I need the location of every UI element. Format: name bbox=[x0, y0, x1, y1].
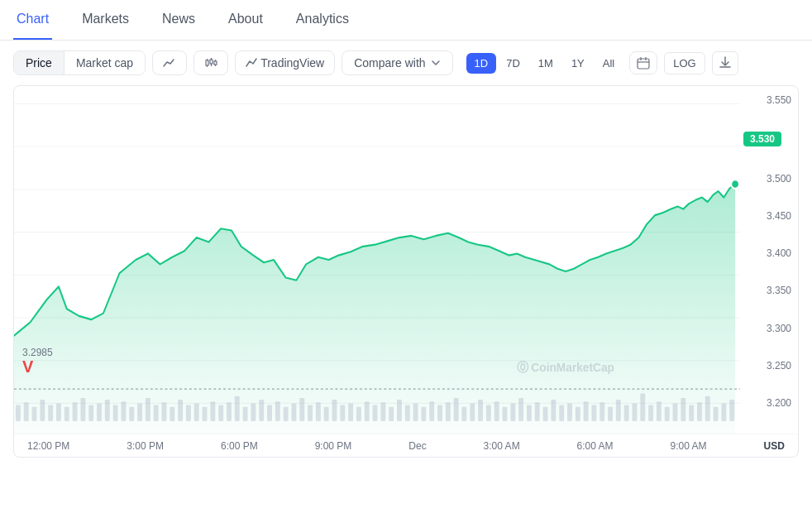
svg-rect-42 bbox=[154, 405, 159, 421]
svg-rect-86 bbox=[510, 403, 515, 421]
download-icon bbox=[719, 56, 731, 68]
time-all-button[interactable]: All bbox=[595, 53, 623, 74]
svg-rect-54 bbox=[251, 403, 256, 421]
svg-rect-96 bbox=[591, 405, 596, 421]
x-label-900am: 9:00 AM bbox=[671, 440, 707, 452]
svg-rect-66 bbox=[348, 403, 353, 421]
line-chart-button[interactable] bbox=[152, 50, 187, 75]
svg-rect-102 bbox=[640, 394, 645, 421]
current-price-badge-wrapper: 3.530 bbox=[743, 132, 791, 146]
x-label-600am: 6:00 AM bbox=[577, 440, 614, 452]
compare-button[interactable]: Compare with bbox=[342, 50, 452, 75]
tab-chart[interactable]: Chart bbox=[13, 0, 52, 40]
svg-rect-84 bbox=[494, 401, 499, 421]
svg-rect-60 bbox=[299, 398, 304, 421]
svg-rect-61 bbox=[308, 405, 313, 421]
time-1m-button[interactable]: 1M bbox=[530, 53, 561, 74]
svg-rect-52 bbox=[235, 396, 240, 421]
svg-rect-49 bbox=[210, 401, 215, 421]
svg-rect-6 bbox=[214, 61, 217, 65]
x-label-300am: 3:00 AM bbox=[484, 440, 520, 452]
svg-rect-100 bbox=[624, 405, 629, 421]
svg-rect-26 bbox=[24, 402, 29, 421]
svg-rect-25 bbox=[16, 405, 21, 421]
svg-rect-70 bbox=[380, 402, 385, 421]
svg-rect-35 bbox=[97, 403, 102, 421]
compare-label: Compare with bbox=[354, 56, 425, 70]
svg-rect-93 bbox=[567, 403, 572, 421]
svg-rect-29 bbox=[48, 405, 53, 421]
svg-rect-109 bbox=[697, 402, 702, 421]
svg-rect-30 bbox=[56, 403, 61, 421]
x-axis: 12:00 PM 3:00 PM 6:00 PM 9:00 PM Dec 3:0… bbox=[14, 434, 798, 457]
nav-tabs: Chart Markets News About Analytics bbox=[0, 0, 812, 41]
market-cap-button[interactable]: Market cap bbox=[64, 51, 145, 74]
current-price-badge: 3.530 bbox=[743, 132, 781, 146]
svg-rect-105 bbox=[665, 407, 670, 421]
svg-rect-71 bbox=[389, 407, 394, 421]
tradingview-button[interactable]: TradingView bbox=[235, 50, 335, 75]
svg-rect-62 bbox=[316, 402, 321, 421]
svg-rect-76 bbox=[429, 401, 434, 421]
chart-svg-area[interactable]: ⓪ CoinMarketCap 3.2985 V bbox=[14, 86, 740, 434]
tab-markets[interactable]: Markets bbox=[79, 0, 132, 40]
svg-rect-39 bbox=[129, 407, 134, 421]
chart-inner: ⓪ CoinMarketCap 3.2985 V 3.550 3.530 3.5… bbox=[14, 86, 798, 434]
x-label-1200pm: 12:00 PM bbox=[27, 440, 69, 452]
calendar-button[interactable] bbox=[629, 51, 657, 74]
y-label-3250: 3.250 bbox=[743, 360, 791, 372]
svg-rect-106 bbox=[673, 403, 678, 421]
x-label-900pm: 9:00 PM bbox=[315, 440, 352, 452]
svg-rect-50 bbox=[218, 405, 223, 421]
svg-rect-112 bbox=[721, 403, 726, 421]
svg-rect-57 bbox=[275, 401, 280, 421]
svg-rect-87 bbox=[518, 398, 523, 421]
svg-rect-82 bbox=[478, 400, 483, 421]
svg-rect-80 bbox=[462, 407, 467, 421]
y-label-3450: 3.450 bbox=[743, 210, 791, 222]
svg-rect-98 bbox=[608, 407, 613, 421]
svg-rect-95 bbox=[584, 401, 589, 421]
tab-analytics[interactable]: Analytics bbox=[293, 0, 352, 40]
download-button[interactable] bbox=[712, 51, 738, 75]
svg-rect-81 bbox=[470, 403, 475, 421]
svg-rect-3 bbox=[210, 60, 213, 64]
svg-rect-41 bbox=[146, 398, 150, 421]
svg-rect-79 bbox=[454, 398, 459, 421]
svg-rect-77 bbox=[437, 405, 442, 421]
price-button[interactable]: Price bbox=[14, 51, 64, 74]
svg-rect-92 bbox=[559, 405, 564, 421]
svg-rect-31 bbox=[64, 407, 69, 421]
time-7d-button[interactable]: 7D bbox=[498, 53, 528, 74]
svg-rect-78 bbox=[446, 402, 451, 421]
svg-rect-88 bbox=[527, 405, 532, 421]
svg-point-24 bbox=[731, 180, 739, 189]
time-1d-button[interactable]: 1D bbox=[466, 53, 497, 74]
candle-chart-icon bbox=[204, 56, 217, 70]
x-label-300pm: 3:00 PM bbox=[127, 440, 164, 452]
svg-rect-44 bbox=[170, 407, 174, 421]
tab-news[interactable]: News bbox=[159, 0, 198, 40]
open-price-value: 3.2985 bbox=[22, 347, 53, 358]
svg-rect-9 bbox=[638, 59, 649, 69]
log-button[interactable]: LOG bbox=[664, 52, 705, 74]
time-1y-button[interactable]: 1Y bbox=[563, 53, 593, 74]
svg-rect-64 bbox=[332, 400, 337, 421]
svg-rect-89 bbox=[535, 402, 540, 421]
tab-about[interactable]: About bbox=[225, 0, 266, 40]
svg-rect-51 bbox=[227, 402, 232, 421]
x-label-600pm: 6:00 PM bbox=[221, 440, 258, 452]
svg-rect-37 bbox=[113, 405, 118, 421]
svg-rect-85 bbox=[503, 407, 508, 421]
svg-rect-46 bbox=[186, 405, 191, 421]
svg-rect-34 bbox=[88, 405, 93, 421]
svg-rect-101 bbox=[633, 403, 638, 421]
svg-rect-94 bbox=[576, 407, 580, 421]
svg-rect-69 bbox=[373, 405, 378, 421]
candle-chart-button[interactable] bbox=[193, 50, 228, 75]
y-label-3200: 3.200 bbox=[743, 397, 791, 409]
tradingview-icon bbox=[246, 57, 257, 69]
svg-rect-83 bbox=[486, 405, 491, 421]
svg-rect-63 bbox=[324, 407, 329, 421]
chevron-down-icon bbox=[431, 58, 441, 68]
